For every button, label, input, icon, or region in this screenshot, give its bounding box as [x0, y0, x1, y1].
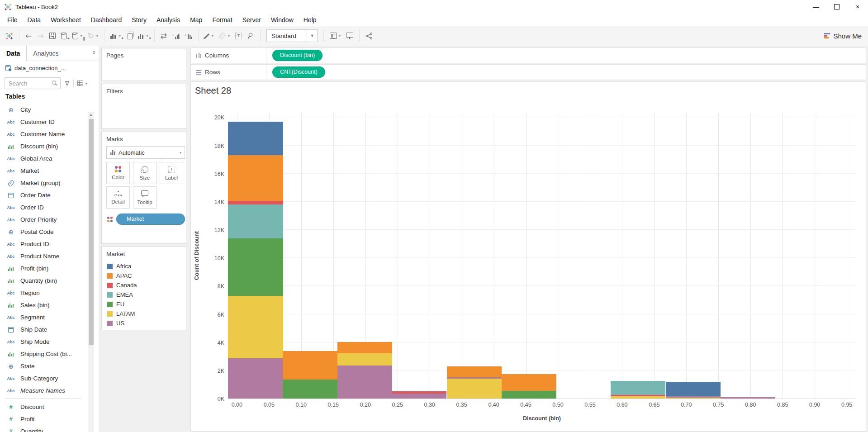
field-ship-date[interactable]: Ship Date: [0, 323, 87, 336]
legend-item-apac[interactable]: APAC: [107, 271, 137, 280]
size-button[interactable]: Size: [133, 162, 157, 184]
field-profit-bin[interactable]: Profit (bin): [0, 262, 87, 275]
field-shipping-cost-bi[interactable]: Shipping Cost (bi...: [0, 348, 87, 360]
filter-fields-icon[interactable]: ∇: [65, 80, 69, 87]
bar-segment-us[interactable]: [337, 366, 392, 399]
menu-window[interactable]: Window: [266, 14, 299, 25]
search-input[interactable]: [8, 78, 53, 88]
field-quantity[interactable]: #Quantity: [0, 425, 87, 432]
scrollbar[interactable]: ▲: [88, 112, 94, 432]
field-market-group[interactable]: Market (group): [0, 177, 87, 189]
pause-auto-updates-button[interactable]: ∥▾: [70, 30, 85, 42]
tooltip-button[interactable]: Tooltip: [133, 186, 157, 209]
legend-item-us[interactable]: US: [107, 318, 137, 328]
field-discount[interactable]: #Discount: [0, 401, 87, 413]
field-region[interactable]: AbcRegion: [0, 287, 87, 299]
search-box[interactable]: [5, 77, 61, 89]
color-button[interactable]: Color: [106, 162, 130, 184]
menu-data[interactable]: Data: [23, 14, 46, 25]
market-pill[interactable]: Market: [116, 214, 185, 225]
detail-button[interactable]: Detail: [106, 186, 130, 209]
field-profit[interactable]: #Profit: [0, 413, 87, 425]
mark-type-dropdown[interactable]: Automatic ▾: [106, 146, 185, 159]
close-button[interactable]: ×: [847, 0, 868, 14]
field-product-name[interactable]: AbcProduct Name: [0, 250, 87, 262]
sort-descending-button[interactable]: [182, 31, 195, 41]
bar-segment-us[interactable]: [447, 377, 502, 379]
maximize-button[interactable]: [826, 0, 847, 14]
bar-segment-emea[interactable]: [228, 204, 283, 238]
bar-segment-apac[interactable]: [228, 155, 283, 201]
field-order-date[interactable]: Order Date: [0, 189, 87, 201]
run-auto-updates-button[interactable]: ↻▾: [85, 30, 101, 42]
rows-pill-cnt-discount[interactable]: CNT(Discount): [272, 66, 325, 78]
bar-segment-latam[interactable]: [666, 398, 721, 399]
bar-segment-latam[interactable]: [611, 396, 665, 399]
bar-segment-us[interactable]: [721, 397, 775, 399]
bar-segment-canada[interactable]: [611, 395, 665, 396]
menu-format[interactable]: Format: [207, 14, 237, 25]
highlight-button[interactable]: ▾: [202, 31, 216, 41]
bar-segment-eu[interactable]: [283, 380, 337, 399]
field-ship-mode[interactable]: AbcShip Mode: [0, 336, 87, 348]
bar-segment-latam[interactable]: [228, 296, 283, 358]
menu-story[interactable]: Story: [127, 14, 152, 25]
chevron-down-icon[interactable]: ▾: [81, 34, 82, 38]
fix-axes-button[interactable]: [245, 31, 257, 41]
show-hide-cards-button[interactable]: ▾: [327, 30, 343, 41]
bar-segment-canada[interactable]: [228, 201, 283, 204]
tab-analytics[interactable]: Analytics: [27, 46, 65, 61]
field-state[interactable]: ⊕State: [0, 360, 87, 372]
legend-item-africa[interactable]: Africa: [107, 261, 137, 271]
field-product-id[interactable]: AbcProduct ID: [0, 238, 87, 250]
pane-resize-icon[interactable]: ⇕: [92, 50, 96, 56]
field-customer-id[interactable]: AbcCustomer ID: [0, 116, 87, 128]
sort-ascending-button[interactable]: [170, 31, 182, 41]
field-order-id[interactable]: AbcOrder ID: [0, 201, 87, 214]
bar-segment-africa[interactable]: [228, 122, 283, 156]
view-as-caret-icon[interactable]: ▾: [85, 81, 87, 85]
show-me-button[interactable]: Show Me: [824, 26, 862, 46]
bar-segment-emea[interactable]: [611, 381, 665, 395]
field-sales-bin[interactable]: Sales (bin): [0, 299, 87, 311]
legend-item-eu[interactable]: EU: [107, 299, 137, 309]
bar-segment-apac[interactable]: [283, 351, 337, 380]
legend-item-canada[interactable]: Canada: [107, 280, 137, 290]
bar-segment-canada[interactable]: [392, 391, 446, 394]
data-connection[interactable]: data_connection_...: [0, 61, 99, 75]
fit-selector[interactable]: Standard▼: [264, 27, 320, 44]
undo-button[interactable]: ←: [23, 30, 34, 42]
field-postal-code[interactable]: ⊕Postal Code: [0, 226, 87, 238]
bar-segment-latam[interactable]: [337, 353, 392, 366]
rows-shelf[interactable]: Rows CNT(Discount): [190, 64, 866, 80]
bar-segment-eu[interactable]: [228, 238, 283, 296]
presentation-mode-button[interactable]: [343, 30, 356, 42]
field-segment[interactable]: AbcSegment: [0, 311, 87, 323]
bar-segment-us[interactable]: [392, 394, 446, 399]
chevron-down-icon[interactable]: ▾: [212, 34, 213, 38]
field-measure-names[interactable]: AbcMeasure Names: [0, 385, 87, 397]
bar-segment-us[interactable]: [228, 358, 283, 399]
fit-selector-caret-icon[interactable]: ▼: [307, 30, 317, 42]
legend-item-latam[interactable]: LATAM: [107, 309, 137, 318]
field-quantity-bin[interactable]: Quantity (bin): [0, 275, 87, 287]
show-mark-labels-button[interactable]: [232, 30, 245, 42]
scroll-up-icon[interactable]: ▲: [89, 113, 93, 117]
tableau-logo-button[interactable]: [3, 30, 16, 42]
bar-segment-latam[interactable]: [447, 379, 502, 399]
field-discount-bin[interactable]: Discount (bin): [0, 140, 87, 152]
redo-button[interactable]: →: [34, 30, 46, 42]
chevron-down-icon[interactable]: ▾: [119, 34, 121, 38]
menu-map[interactable]: Map: [185, 14, 207, 25]
menu-worksheet[interactable]: Worksheet: [46, 14, 86, 25]
columns-shelf[interactable]: Columns Discount (bin): [190, 47, 866, 63]
filters-card[interactable]: Filters: [101, 84, 186, 129]
save-button[interactable]: [47, 30, 58, 41]
chevron-down-icon[interactable]: ▾: [339, 34, 341, 38]
scrollbar-thumb[interactable]: [89, 119, 94, 345]
field-sub-category[interactable]: AbcSub-Category: [0, 372, 87, 385]
columns-pill-discount-bin[interactable]: Discount (bin): [272, 50, 323, 61]
chevron-down-icon[interactable]: ▾: [147, 34, 148, 38]
field-market[interactable]: AbcMarket: [0, 165, 87, 177]
bar-segment-apac[interactable]: [447, 366, 502, 377]
